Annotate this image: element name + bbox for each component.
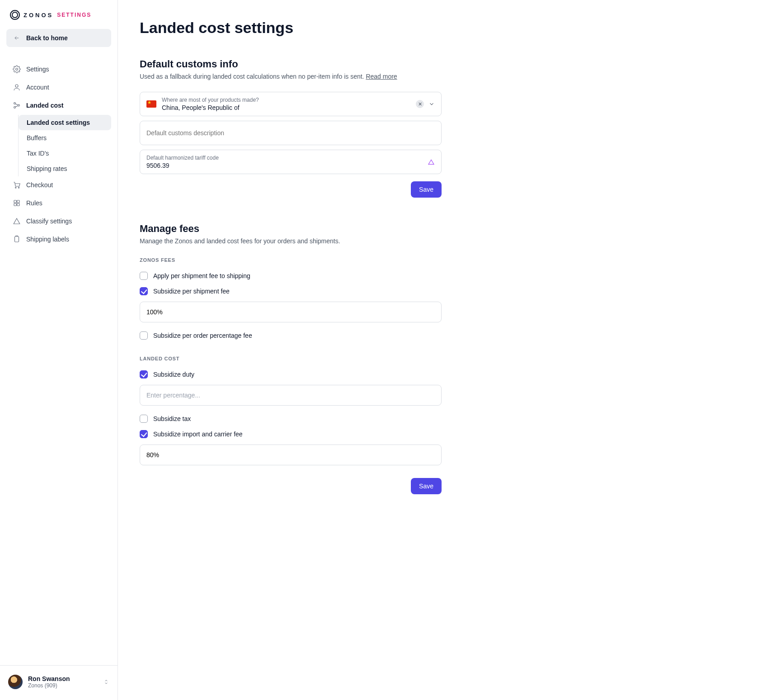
sidebar-item-label: Settings (26, 66, 49, 73)
sidebar-item-label: Classify settings (26, 218, 72, 225)
subtext-prefix: Used as a fallback during landed cost ca… (140, 73, 366, 80)
svg-point-6 (18, 187, 19, 188)
user-name: Ron Swanson (28, 675, 70, 682)
subsidize-import-input[interactable] (140, 445, 442, 465)
grid-icon (13, 199, 21, 207)
gear-icon (13, 65, 21, 73)
subsidize-shipment-input[interactable] (140, 302, 442, 322)
checkbox-checked-icon (140, 287, 148, 295)
triangle-icon (13, 217, 21, 225)
svg-rect-7 (14, 200, 16, 203)
chevron-up-down-icon (103, 678, 109, 686)
sidebar-item-label: Rules (26, 199, 42, 207)
check-subsidize-duty[interactable]: Subsidize duty (140, 367, 442, 382)
svg-point-2 (14, 103, 16, 104)
brand: ZONOS SETTINGS (0, 10, 118, 29)
sidebar: ZONOS SETTINGS Back to home Settings Acc… (0, 0, 118, 700)
check-label: Subsidize import and carrier fee (153, 430, 243, 438)
sidebar-item-settings[interactable]: Settings (6, 61, 111, 78)
zonos-fees-heading: ZONOS FEES (140, 257, 442, 263)
check-subsidize-shipment-fee[interactable]: Subsidize per shipment fee (140, 284, 442, 299)
cart-icon (13, 181, 21, 189)
svg-rect-8 (17, 200, 19, 203)
landed-cost-heading: LANDED COST (140, 356, 442, 361)
read-more-link[interactable]: Read more (366, 73, 397, 80)
user-org: Zonos (909) (28, 682, 70, 689)
check-subsidize-order-percentage[interactable]: Subsidize per order percentage fee (140, 328, 442, 343)
section-default-customs: Default customs info Used as a fallback … (140, 58, 442, 198)
china-flag-icon (146, 100, 156, 108)
sub-item-tax-ids[interactable]: Tax ID's (19, 146, 111, 161)
svg-point-0 (16, 68, 18, 71)
sidebar-item-label: Account (26, 84, 49, 91)
customs-description-input[interactable] (140, 121, 442, 145)
subsidize-duty-input[interactable] (140, 385, 442, 406)
svg-point-5 (15, 187, 16, 188)
save-customs-button[interactable]: Save (411, 181, 442, 198)
sidebar-item-label: Landed cost (26, 102, 63, 109)
account-switcher[interactable]: Ron Swanson Zonos (909) (0, 665, 118, 700)
landed-cost-submenu: Landed cost settings Buffers Tax ID's Sh… (18, 115, 111, 176)
sidebar-item-rules[interactable]: Rules (6, 194, 111, 212)
check-label: Subsidize per order percentage fee (153, 332, 252, 339)
sidebar-item-label: Shipping rates (27, 165, 67, 172)
svg-point-1 (15, 85, 18, 87)
clipboard-icon (13, 235, 21, 243)
sidebar-item-label: Shipping labels (26, 236, 69, 243)
sidebar-item-label: Buffers (27, 134, 47, 142)
sidebar-item-account[interactable]: Account (6, 79, 111, 96)
page-title: Landed cost settings (140, 19, 759, 37)
sidebar-item-label: Landed cost settings (27, 119, 90, 126)
sidebar-item-label: Checkout (26, 181, 53, 189)
checkbox-icon (140, 272, 148, 280)
check-subsidize-tax[interactable]: Subsidize tax (140, 411, 442, 426)
nodes-icon (13, 101, 21, 109)
section-manage-fees: Manage fees Manage the Zonos and landed … (140, 223, 442, 494)
customs-description-field[interactable] (146, 129, 435, 137)
origin-value: China, People's Republic of (162, 104, 240, 111)
sidebar-item-label: Tax ID's (27, 150, 49, 157)
section-subtext: Used as a fallback during landed cost ca… (140, 73, 442, 80)
checkbox-checked-icon (140, 370, 148, 378)
check-label: Subsidize per shipment fee (153, 288, 230, 295)
save-fees-button[interactable]: Save (411, 478, 442, 494)
svg-point-3 (14, 107, 16, 109)
avatar (8, 675, 23, 689)
sidebar-item-landed-cost[interactable]: Landed cost (6, 97, 111, 114)
sidebar-item-shipping-labels[interactable]: Shipping labels (6, 231, 111, 248)
section-subtext: Manage the Zonos and landed cost fees fo… (140, 237, 442, 245)
check-subsidize-import-carrier[interactable]: Subsidize import and carrier fee (140, 426, 442, 442)
origin-label: Where are most of your products made? (162, 97, 410, 103)
checkbox-checked-icon (140, 430, 148, 438)
clear-icon[interactable]: ✕ (416, 100, 424, 108)
sub-item-buffers[interactable]: Buffers (19, 130, 111, 146)
classify-triangle-icon (428, 158, 435, 166)
check-label: Subsidize duty (153, 371, 194, 378)
zonos-logo-icon (10, 10, 20, 20)
svg-rect-11 (15, 236, 19, 242)
tariff-value: 9506.39 (146, 162, 169, 169)
sub-item-landed-cost-settings[interactable]: Landed cost settings (19, 115, 111, 130)
sidebar-item-classify[interactable]: Classify settings (6, 213, 111, 230)
back-to-home-button[interactable]: Back to home (6, 29, 111, 47)
chevron-down-icon (428, 101, 435, 107)
main-content: Landed cost settings Default customs inf… (118, 0, 781, 700)
check-apply-shipment-fee[interactable]: Apply per shipment fee to shipping (140, 268, 442, 284)
user-icon (13, 83, 21, 91)
back-label: Back to home (26, 34, 68, 42)
brand-name: ZONOS (24, 12, 53, 19)
checkbox-icon (140, 331, 148, 340)
section-heading: Manage fees (140, 223, 442, 235)
checkbox-icon (140, 415, 148, 423)
tariff-label: Default harmonized tariff code (146, 155, 422, 161)
svg-rect-10 (17, 203, 19, 206)
check-label: Subsidize tax (153, 415, 191, 422)
arrow-left-icon (13, 35, 21, 41)
check-label: Apply per shipment fee to shipping (153, 272, 250, 279)
origin-country-select[interactable]: Where are most of your products made? Ch… (140, 92, 442, 116)
tariff-code-input[interactable]: Default harmonized tariff code 9506.39 (140, 150, 442, 174)
brand-section: SETTINGS (57, 12, 91, 18)
sidebar-item-checkout[interactable]: Checkout (6, 176, 111, 194)
sub-item-shipping-rates[interactable]: Shipping rates (19, 161, 111, 176)
svg-rect-9 (14, 203, 16, 206)
